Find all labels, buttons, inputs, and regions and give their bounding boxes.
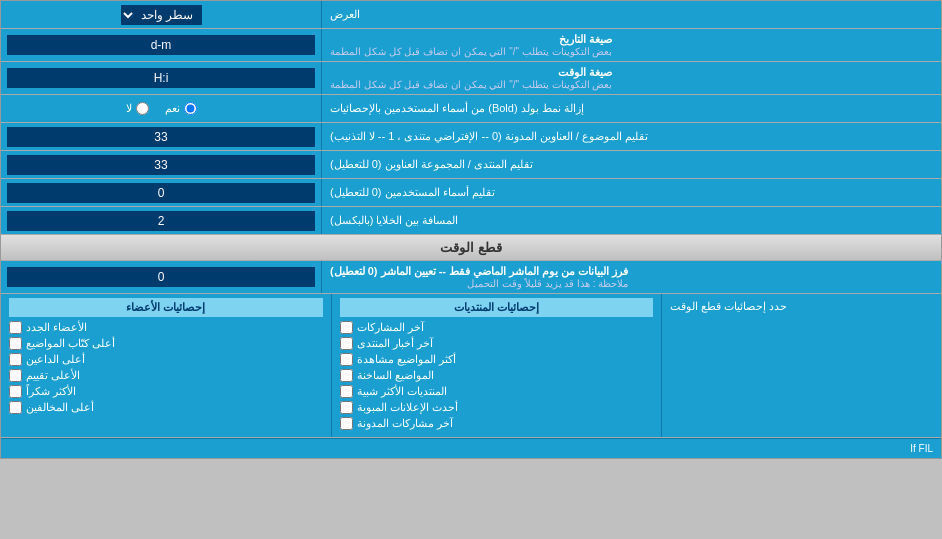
date-format-label: صيغة التاريخ بعض التكوينات يتطلب "/" الت… bbox=[321, 29, 941, 61]
cb-most-viewed: أكثر المواضيع مشاهدة bbox=[340, 353, 654, 366]
forum-trim-label: تقليم المنتدى / المجموعة العناوين (0 للت… bbox=[321, 151, 941, 178]
time-format-desc: بعض التكوينات يتطلب "/" التي يمكن ان تضا… bbox=[330, 79, 612, 90]
cb-classifieds: أحدث الإعلانات المبوبة bbox=[340, 401, 654, 414]
cb-top-warnings: أعلى المخالفين bbox=[9, 401, 323, 414]
forum-stats-header: إحصائيات المنتديات bbox=[340, 298, 654, 317]
cb-hot-topics-input[interactable] bbox=[340, 369, 353, 382]
realtime-section-header: قطع الوقت bbox=[1, 235, 941, 261]
cb-top-rated-input[interactable] bbox=[9, 369, 22, 382]
time-format-title: صيغة الوقت bbox=[330, 66, 612, 79]
if-fil-hint: If FIL bbox=[910, 443, 933, 454]
bold-remove-title: إزالة نمط بولد (Bold) من أسماء المستخدمي… bbox=[330, 102, 584, 115]
members-stats-header: إحصائيات الأعضاء bbox=[9, 298, 323, 317]
cb-top-posters: أعلى كتّاب المواضيع bbox=[9, 337, 323, 350]
username-trim-title: تقليم أسماء المستخدمين (0 للتعطيل) bbox=[330, 186, 495, 199]
cb-new-members: الأعضاء الجدد bbox=[9, 321, 323, 334]
bold-remove-radio-container: نعم لا bbox=[1, 95, 321, 122]
bold-remove-yes-label[interactable]: نعم bbox=[165, 102, 197, 115]
time-format-input[interactable] bbox=[7, 68, 315, 88]
cell-space-label: المسافة بين الخلايا (بالبكسل) bbox=[321, 207, 941, 234]
subject-trim-input-container bbox=[1, 123, 321, 150]
cb-classifieds-input[interactable] bbox=[340, 401, 353, 414]
realtime-days-input[interactable] bbox=[7, 267, 315, 287]
cell-space-input-container bbox=[1, 207, 321, 234]
realtime-days-label: فرز البيانات من يوم الماشر الماضي فقط --… bbox=[321, 261, 941, 293]
subject-trim-title: تقليم الموضوع / العناوين المدونة (0 -- ا… bbox=[330, 130, 648, 143]
cb-top-warnings-input[interactable] bbox=[9, 401, 22, 414]
bold-remove-no-radio[interactable] bbox=[136, 102, 149, 115]
cb-top-inviters-input[interactable] bbox=[9, 353, 22, 366]
cb-most-viewed-input[interactable] bbox=[340, 353, 353, 366]
forum-trim-title: تقليم المنتدى / المجموعة العناوين (0 للت… bbox=[330, 158, 533, 171]
username-trim-label: تقليم أسماء المستخدمين (0 للتعطيل) bbox=[321, 179, 941, 206]
realtime-days-input-container bbox=[1, 261, 321, 293]
cb-forum-news-input[interactable] bbox=[340, 337, 353, 350]
display-select[interactable]: سطر واحد سطرين ثلاثة أسطر bbox=[121, 5, 202, 25]
username-trim-input-container bbox=[1, 179, 321, 206]
cb-last-posts-input[interactable] bbox=[340, 321, 353, 334]
bold-remove-yes-radio[interactable] bbox=[184, 102, 197, 115]
subject-trim-input[interactable] bbox=[7, 127, 315, 147]
bold-remove-label: إزالة نمط بولد (Bold) من أسماء المستخدمي… bbox=[321, 95, 941, 122]
realtime-title: قطع الوقت bbox=[440, 240, 502, 255]
cb-blog-posts: آخر مشاركات المدونة bbox=[340, 417, 654, 430]
forum-trim-input-container bbox=[1, 151, 321, 178]
cb-last-posts: آخر المشاركات bbox=[340, 321, 654, 334]
cell-space-title: المسافة بين الخلايا (بالبكسل) bbox=[330, 214, 459, 227]
cb-new-members-input[interactable] bbox=[9, 321, 22, 334]
subject-trim-label: تقليم الموضوع / العناوين المدونة (0 -- ا… bbox=[321, 123, 941, 150]
cb-top-posters-input[interactable] bbox=[9, 337, 22, 350]
cb-top-rated: الأعلى تقييم bbox=[9, 369, 323, 382]
realtime-days-note: ملاحظة : هذا قد يزيد قليلاً وقت التحميل bbox=[330, 278, 628, 289]
date-format-desc: بعض التكوينات يتطلب "/" التي يمكن ان تضا… bbox=[330, 46, 612, 57]
stats-apply-label: حدد إحصائيات قطع الوقت bbox=[670, 300, 787, 313]
cb-top-inviters: أعلى الداعين bbox=[9, 353, 323, 366]
cb-popular-forums-input[interactable] bbox=[340, 385, 353, 398]
cb-popular-forums: المنتديات الأكثر شبية bbox=[340, 385, 654, 398]
bold-remove-no-label[interactable]: لا bbox=[126, 102, 149, 115]
time-format-input-container bbox=[1, 62, 321, 94]
username-trim-input[interactable] bbox=[7, 183, 315, 203]
cb-most-thanks-input[interactable] bbox=[9, 385, 22, 398]
cb-forum-news: آخر أخبار المنتدى bbox=[340, 337, 654, 350]
date-format-input[interactable] bbox=[7, 35, 315, 55]
date-format-input-container bbox=[1, 29, 321, 61]
cb-blog-posts-input[interactable] bbox=[340, 417, 353, 430]
realtime-days-title: فرز البيانات من يوم الماشر الماضي فقط --… bbox=[330, 265, 628, 278]
forum-trim-input[interactable] bbox=[7, 155, 315, 175]
cell-space-input[interactable] bbox=[7, 211, 315, 231]
cb-hot-topics: المواضيع الساخنة bbox=[340, 369, 654, 382]
display-label: العرض bbox=[321, 1, 941, 28]
forum-stats-col: إحصائيات المنتديات آخر المشاركات آخر أخب… bbox=[331, 294, 662, 437]
cb-most-thanks: الأكثر شكراً bbox=[9, 385, 323, 398]
display-select-container: سطر واحد سطرين ثلاثة أسطر bbox=[1, 1, 321, 28]
date-format-title: صيغة التاريخ bbox=[330, 33, 612, 46]
header-title: العرض bbox=[330, 8, 360, 21]
time-format-label: صيغة الوقت بعض التكوينات يتطلب "/" التي … bbox=[321, 62, 941, 94]
members-stats-col: إحصائيات الأعضاء الأعضاء الجدد أعلى كتّا… bbox=[1, 294, 331, 437]
